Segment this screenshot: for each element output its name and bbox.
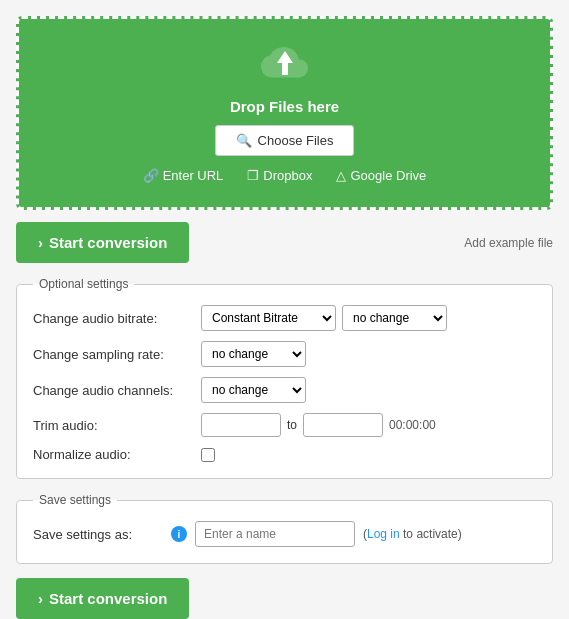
top-action-bar: › Start conversion Add example file (16, 222, 553, 263)
audio-channels-controls: no change 1 (Mono) 2 (Stereo) (201, 377, 306, 403)
google-drive-link[interactable]: △ Google Drive (336, 168, 426, 183)
audio-bitrate-controls: Constant Bitrate Variable Bitrate no cha… (201, 305, 447, 331)
save-settings-row: Save settings as: i (Log in to activate) (33, 521, 536, 547)
trim-time-label: 00:00:00 (389, 418, 436, 432)
sampling-rate-label: Change sampling rate: (33, 347, 193, 362)
trim-audio-controls: to 00:00:00 (201, 413, 436, 437)
trim-to-label: to (287, 418, 297, 432)
dropbox-link[interactable]: ❐ Dropbox (247, 168, 312, 183)
login-note: (Log in to activate) (363, 527, 462, 541)
chevron-right-icon-bottom: › (38, 590, 43, 607)
audio-channels-row: Change audio channels: no change 1 (Mono… (33, 377, 536, 403)
cloud-upload-icon (35, 43, 534, 92)
bottom-action-bar: › Start conversion (16, 578, 553, 619)
sampling-rate-controls: no change 8000 Hz 22050 Hz 44100 Hz 4800… (201, 341, 306, 367)
link-icon: 🔗 (143, 168, 159, 183)
google-drive-icon: △ (336, 168, 346, 183)
normalize-audio-row: Normalize audio: (33, 447, 536, 462)
chevron-right-icon: › (38, 234, 43, 251)
drop-links: 🔗 Enter URL ❐ Dropbox △ Google Drive (35, 168, 534, 183)
search-icon: 🔍 (236, 133, 252, 148)
normalize-audio-label: Normalize audio: (33, 447, 193, 462)
trim-audio-label: Trim audio: (33, 418, 193, 433)
bitrate-type-select[interactable]: Constant Bitrate Variable Bitrate (201, 305, 336, 331)
info-icon[interactable]: i (171, 526, 187, 542)
save-settings-legend: Save settings (33, 493, 117, 507)
audio-bitrate-row: Change audio bitrate: Constant Bitrate V… (33, 305, 536, 331)
bitrate-value-select[interactable]: no change 64 kbps 128 kbps 192 kbps 256 … (342, 305, 447, 331)
add-example-file-link[interactable]: Add example file (464, 236, 553, 250)
sampling-rate-select[interactable]: no change 8000 Hz 22050 Hz 44100 Hz 4800… (201, 341, 306, 367)
login-link[interactable]: Log in (367, 527, 400, 541)
drop-files-label: Drop Files here (35, 98, 534, 115)
dropbox-icon: ❐ (247, 168, 259, 183)
save-settings-fieldset: Save settings Save settings as: i (Log i… (16, 493, 553, 564)
start-conversion-button-top[interactable]: › Start conversion (16, 222, 189, 263)
optional-settings-fieldset: Optional settings Change audio bitrate: … (16, 277, 553, 479)
normalize-audio-checkbox[interactable] (201, 448, 215, 462)
audio-channels-label: Change audio channels: (33, 383, 193, 398)
trim-end-input[interactable] (303, 413, 383, 437)
audio-channels-select[interactable]: no change 1 (Mono) 2 (Stereo) (201, 377, 306, 403)
save-settings-label: Save settings as: (33, 527, 163, 542)
audio-bitrate-label: Change audio bitrate: (33, 311, 193, 326)
enter-url-link[interactable]: 🔗 Enter URL (143, 168, 224, 183)
start-conversion-button-bottom[interactable]: › Start conversion (16, 578, 189, 619)
drop-zone[interactable]: Drop Files here 🔍 Choose Files 🔗 Enter U… (16, 16, 553, 210)
choose-files-button[interactable]: 🔍 Choose Files (215, 125, 355, 156)
trim-audio-row: Trim audio: to 00:00:00 (33, 413, 536, 437)
trim-start-input[interactable] (201, 413, 281, 437)
sampling-rate-row: Change sampling rate: no change 8000 Hz … (33, 341, 536, 367)
normalize-audio-controls (201, 448, 215, 462)
optional-settings-legend: Optional settings (33, 277, 134, 291)
save-name-input[interactable] (195, 521, 355, 547)
